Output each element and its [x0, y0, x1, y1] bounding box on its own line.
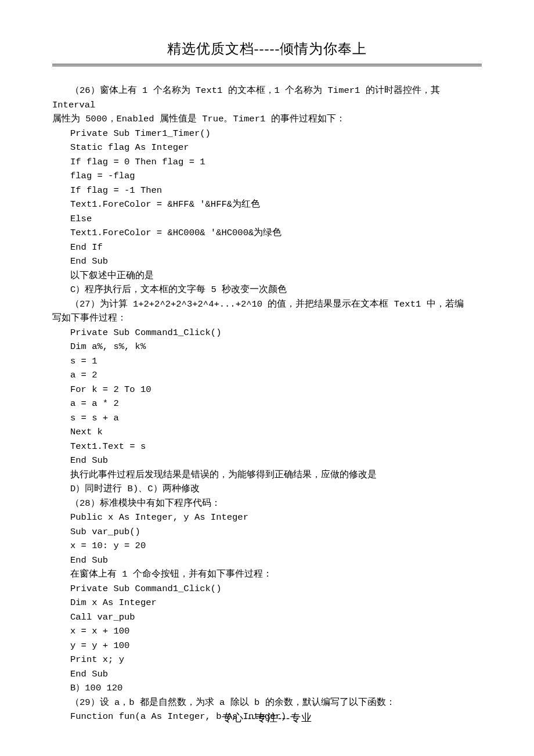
text-line: D）同时进行 B)、C）两种修改 [52, 482, 482, 496]
text-line: a = 2 [52, 368, 482, 383]
text-line: Next k [52, 425, 482, 440]
text-line: End Sub [52, 453, 482, 468]
text-line: 在窗体上有 1 个命令按钮，并有如下事件过程： [52, 567, 482, 582]
text-line: Text1.Text = s [52, 440, 482, 454]
document-body: （26）窗体上有 1 个名称为 Text1 的文本框，1 个名称为 Timer1… [52, 84, 482, 724]
text-line: For k = 2 To 10 [52, 383, 482, 397]
text-line: Dim a%, s%, k% [52, 340, 482, 354]
text-line: End Sub [52, 254, 482, 269]
text-line: If flag = 0 Then flag = 1 [52, 155, 482, 170]
text-line: Text1.ForeColor = &HFF& '&HFF&为红色 [52, 197, 482, 212]
text-line: End Sub [52, 667, 482, 682]
text-line: End If [52, 240, 482, 255]
text-line: 以下叙述中正确的是 [52, 269, 482, 283]
text-line: s = 1 [52, 354, 482, 369]
text-line: s = s + a [52, 411, 482, 426]
text-line: Public x As Integer, y As Integer [52, 510, 482, 525]
text-line: x = 10: y = 20 [52, 539, 482, 553]
text-line: Private Sub Command1_Click() [52, 326, 482, 340]
text-line: Private Sub Timer1_Timer() [52, 127, 482, 141]
text-line: 执行此事件过程后发现结果是错误的，为能够得到正确结果，应做的修改是 [52, 468, 482, 483]
text-line: Private Sub Command1_Click() [52, 582, 482, 596]
page-footer: 专心---专注---专业 [0, 711, 534, 725]
text-line: （28）标准模块中有如下程序代码： [52, 496, 482, 511]
text-line: C）程序执行后，文本框的文字每 5 秒改变一次颜色 [52, 283, 482, 297]
text-line: 写如下事件过程： [52, 311, 482, 326]
text-line: Static flag As Integer [52, 141, 482, 155]
document-page: 精选优质文档-----倾情为你奉上 （26）窗体上有 1 个名称为 Text1 … [0, 0, 534, 747]
page-header-title: 精选优质文档-----倾情为你奉上 [52, 39, 482, 64]
text-line: Sub var_pub() [52, 525, 482, 539]
text-line: Print x; y [52, 653, 482, 667]
text-line: If flag = -1 Then [52, 183, 482, 198]
text-line: Dim x As Integer [52, 596, 482, 610]
text-line: 属性为 5000，Enabled 属性值是 True。Timer1 的事件过程如… [52, 112, 482, 127]
text-line: a = a * 2 [52, 397, 482, 411]
text-line: Text1.ForeColor = &HC000& '&HC000&为绿色 [52, 226, 482, 240]
text-line: （27）为计算 1+2+2^2+2^3+2^4+...+2^10 的值，并把结果… [52, 297, 482, 312]
text-line: B）100 120 [52, 681, 482, 696]
text-line: flag = -flag [52, 169, 482, 183]
text-line: Call var_pub [52, 610, 482, 625]
text-line: x = x + 100 [52, 624, 482, 639]
text-line: End Sub [52, 553, 482, 568]
text-line: （29）设 a，b 都是自然数，为求 a 除以 b 的余数，默认编写了以下函数： [52, 696, 482, 710]
text-line: y = y + 100 [52, 639, 482, 653]
text-line: （26）窗体上有 1 个名称为 Text1 的文本框，1 个名称为 Timer1… [52, 84, 482, 112]
text-line: Else [52, 212, 482, 226]
header-divider [52, 64, 482, 67]
